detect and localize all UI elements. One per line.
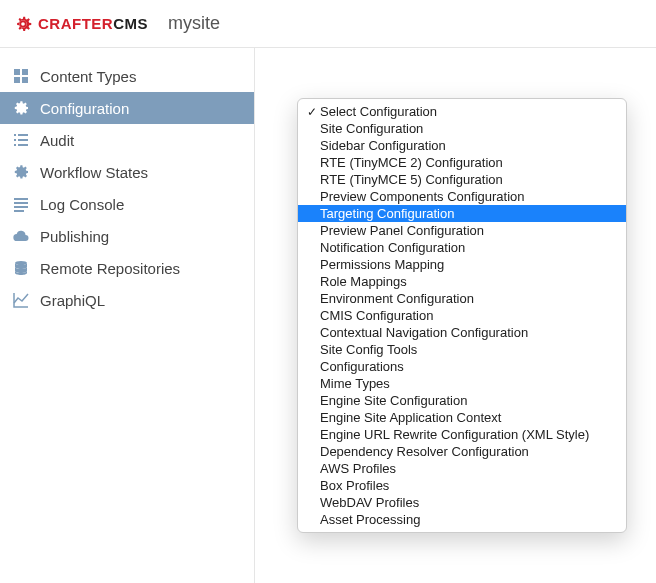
dropdown-option[interactable]: Sidebar Configuration [298,137,626,154]
sidebar-item-label: Log Console [40,196,124,213]
sidebar-item-log-console[interactable]: Log Console [0,188,254,220]
dropdown-option[interactable]: Asset Processing [298,511,626,528]
configuration-dropdown[interactable]: ✓Select ConfigurationSite ConfigurationS… [297,98,627,533]
dropdown-option[interactable]: Site Config Tools [298,341,626,358]
dropdown-option-label: Preview Components Configuration [320,189,618,204]
sidebar-item-content-types[interactable]: Content Types [0,60,254,92]
dropdown-option-label: Select Configuration [320,104,618,119]
dropdown-option[interactable]: Preview Panel Configuration [298,222,626,239]
sidebar-item-label: Remote Repositories [40,260,180,277]
sidebar-item-label: Workflow States [40,164,148,181]
dropdown-option[interactable]: Permissions Mapping [298,256,626,273]
sidebar-item-label: Configuration [40,100,129,117]
dropdown-option-label: AWS Profiles [320,461,618,476]
dropdown-option[interactable]: Site Configuration [298,120,626,137]
svg-rect-12 [14,206,28,208]
dropdown-option[interactable]: CMIS Configuration [298,307,626,324]
dropdown-option-label: Preview Panel Configuration [320,223,618,238]
dropdown-option-label: Site Configuration [320,121,618,136]
site-name: mysite [168,13,220,34]
main-area: ✓Select ConfigurationSite ConfigurationS… [255,48,656,583]
list-icon [12,131,30,149]
dropdown-option[interactable]: Role Mappings [298,273,626,290]
sidebar-item-label: Content Types [40,68,136,85]
svg-rect-8 [14,144,16,146]
dropdown-option[interactable]: Preview Components Configuration [298,188,626,205]
svg-rect-4 [14,134,16,136]
cloud-icon [12,227,30,245]
dropdown-option-label: Asset Processing [320,512,618,527]
dropdown-option[interactable]: Engine Site Application Context [298,409,626,426]
dropdown-option-label: Notification Configuration [320,240,618,255]
dropdown-option[interactable]: Engine Site Configuration [298,392,626,409]
svg-rect-9 [18,144,28,146]
dropdown-option-label: WebDAV Profiles [320,495,618,510]
logo[interactable]: CRAFTERCMS [12,13,148,35]
svg-rect-6 [14,139,16,141]
dropdown-option-label: Site Config Tools [320,342,618,357]
header: CRAFTERCMS mysite [0,0,656,48]
svg-rect-1 [22,69,28,75]
dropdown-option-label: Engine Site Application Context [320,410,618,425]
dropdown-option[interactable]: Environment Configuration [298,290,626,307]
svg-rect-5 [18,134,28,136]
sidebar-item-label: GraphiQL [40,292,105,309]
dropdown-option[interactable]: Contextual Navigation Configuration [298,324,626,341]
dropdown-option[interactable]: Targeting Configuration [298,205,626,222]
dropdown-option-label: Role Mappings [320,274,618,289]
sidebar-item-label: Audit [40,132,74,149]
grid-icon [12,67,30,85]
dropdown-option-label: Sidebar Configuration [320,138,618,153]
dropdown-option[interactable]: RTE (TinyMCE 5) Configuration [298,171,626,188]
sidebar: Content TypesConfigurationAuditWorkflow … [0,48,255,583]
dropdown-option-label: Engine URL Rewrite Configuration (XML St… [320,427,618,442]
dropdown-option-label: Box Profiles [320,478,618,493]
logo-gear-icon [12,13,34,35]
dropdown-option-label: Environment Configuration [320,291,618,306]
dropdown-option[interactable]: WebDAV Profiles [298,494,626,511]
sidebar-item-configuration[interactable]: Configuration [0,92,254,124]
dropdown-option-label: Engine Site Configuration [320,393,618,408]
sidebar-item-graphiql[interactable]: GraphiQL [0,284,254,316]
dropdown-option-label: Targeting Configuration [320,206,618,221]
dropdown-option-label: RTE (TinyMCE 2) Configuration [320,155,618,170]
dropdown-option-label: Configurations [320,359,618,374]
chart-icon [12,291,30,309]
dropdown-option[interactable]: ✓Select Configuration [298,103,626,120]
check-icon: ✓ [304,105,320,119]
sidebar-item-publishing[interactable]: Publishing [0,220,254,252]
svg-rect-0 [14,69,20,75]
svg-point-14 [15,261,27,265]
dropdown-option-label: Contextual Navigation Configuration [320,325,618,340]
dropdown-option[interactable]: Dependency Resolver Configuration [298,443,626,460]
svg-rect-11 [14,202,28,204]
dropdown-option[interactable]: Configurations [298,358,626,375]
svg-rect-7 [18,139,28,141]
dropdown-option[interactable]: Box Profiles [298,477,626,494]
dropdown-option[interactable]: Mime Types [298,375,626,392]
svg-rect-10 [14,198,28,200]
lines-icon [12,195,30,213]
svg-rect-2 [14,77,20,83]
sidebar-item-audit[interactable]: Audit [0,124,254,156]
dropdown-option-label: CMIS Configuration [320,308,618,323]
gear-icon [12,99,30,117]
gear-icon [12,163,30,181]
dropdown-option-label: RTE (TinyMCE 5) Configuration [320,172,618,187]
database-icon [12,259,30,277]
sidebar-item-remote-repositories[interactable]: Remote Repositories [0,252,254,284]
dropdown-option[interactable]: RTE (TinyMCE 2) Configuration [298,154,626,171]
dropdown-option-label: Dependency Resolver Configuration [320,444,618,459]
sidebar-item-label: Publishing [40,228,109,245]
dropdown-option-label: Mime Types [320,376,618,391]
svg-rect-3 [22,77,28,83]
svg-rect-13 [14,210,24,212]
dropdown-option[interactable]: AWS Profiles [298,460,626,477]
dropdown-option-label: Permissions Mapping [320,257,618,272]
dropdown-option[interactable]: Notification Configuration [298,239,626,256]
sidebar-item-workflow-states[interactable]: Workflow States [0,156,254,188]
dropdown-option[interactable]: Engine URL Rewrite Configuration (XML St… [298,426,626,443]
logo-text: CRAFTERCMS [38,15,148,32]
